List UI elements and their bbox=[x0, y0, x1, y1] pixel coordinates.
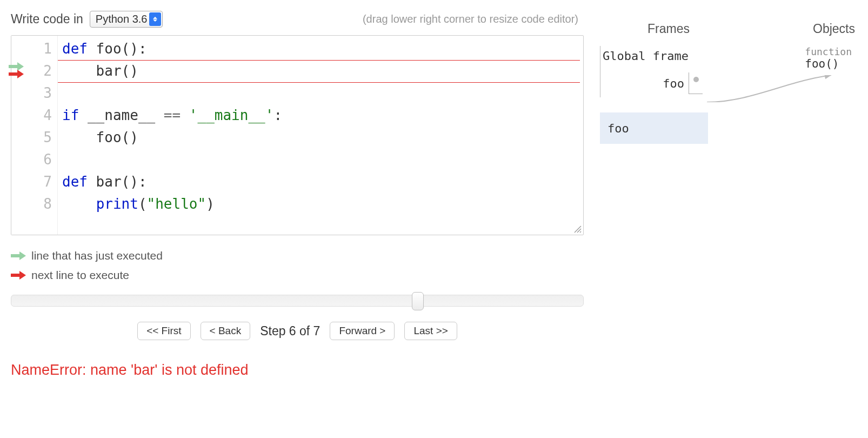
forward-button[interactable]: Forward > bbox=[330, 322, 395, 340]
code-line: if __name__ == '__main__': bbox=[62, 104, 579, 127]
step-label: Step 6 of 7 bbox=[260, 324, 320, 339]
error-message: NameError: name 'bar' is not defined bbox=[11, 362, 584, 379]
slider-thumb[interactable] bbox=[412, 292, 424, 310]
objects-column: function foo() bbox=[805, 46, 852, 70]
global-frame: Global frame foo bbox=[600, 46, 708, 97]
legend: line that has just executed next line to… bbox=[11, 246, 584, 285]
frames-area: Global frame foo function foo() bbox=[600, 46, 857, 144]
global-var-name: foo bbox=[663, 77, 684, 90]
chevron-updown-icon bbox=[149, 12, 161, 26]
prev-line-arrow-icon bbox=[11, 251, 26, 260]
editor-header: Write code in Python 3.6 (drag lower rig… bbox=[11, 11, 584, 28]
first-button[interactable]: << First bbox=[137, 322, 190, 340]
var-pointer-box bbox=[689, 72, 703, 94]
next-line-arrow-icon bbox=[11, 271, 26, 280]
step-controls: << First < Back Step 6 of 7 Forward > La… bbox=[11, 322, 584, 340]
frames-header: Frames bbox=[647, 22, 690, 36]
back-button[interactable]: < Back bbox=[201, 322, 251, 340]
code-line: print("hello") bbox=[62, 193, 579, 215]
language-select-value: Python 3.6 bbox=[96, 13, 148, 25]
resize-handle-icon[interactable] bbox=[574, 225, 582, 233]
resize-hint: (drag lower right corner to resize code … bbox=[363, 13, 584, 25]
language-select[interactable]: Python 3.6 bbox=[90, 11, 163, 28]
code-line bbox=[62, 82, 579, 104]
code-line: def bar(): bbox=[62, 171, 579, 193]
call-frame-name: foo bbox=[607, 122, 629, 135]
code-area[interactable]: def foo(): bar() if __name__ == '__main_… bbox=[58, 36, 583, 235]
code-line: bar() bbox=[62, 60, 579, 82]
object-repr: foo() bbox=[805, 57, 852, 70]
code-line: foo() bbox=[62, 127, 579, 149]
code-line bbox=[62, 149, 579, 171]
call-frame: foo bbox=[600, 112, 708, 144]
code-line: def foo(): bbox=[62, 38, 579, 60]
step-slider[interactable] bbox=[11, 295, 584, 307]
pointer-arrow-icon bbox=[707, 75, 837, 102]
last-button[interactable]: Last >> bbox=[404, 322, 457, 340]
write-code-label: Write code in bbox=[11, 12, 83, 26]
next-line-arrow-icon bbox=[9, 70, 24, 78]
object-type-label: function bbox=[805, 46, 852, 57]
code-editor[interactable]: 1 2 3 4 5 6 7 8 def foo(): bar() bbox=[11, 35, 584, 235]
gutter: 1 2 3 4 5 6 7 8 bbox=[11, 36, 58, 235]
objects-header: Objects bbox=[813, 22, 855, 36]
pointer-dot-icon bbox=[693, 77, 699, 82]
frames-objects-headers: Frames Objects bbox=[600, 22, 857, 46]
legend-next-line: next line to execute bbox=[31, 269, 129, 282]
global-frame-title: Global frame bbox=[600, 49, 707, 63]
legend-just-executed: line that has just executed bbox=[31, 249, 163, 262]
